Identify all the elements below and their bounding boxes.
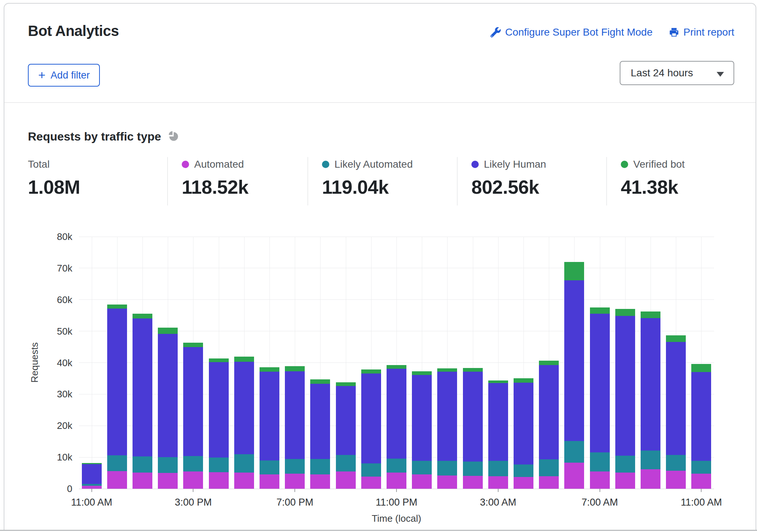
bar-stack[interactable] [412,237,432,489]
bar-segment-likely-automated[interactable] [488,461,508,476]
bar-segment-automated[interactable] [310,474,330,489]
bar-segment-likely-human[interactable] [310,384,330,459]
bar-stack[interactable] [641,237,660,489]
bar-segment-automated[interactable] [361,477,381,489]
bar-segment-likely-human[interactable] [158,334,178,458]
bar-segment-likely-automated[interactable] [615,456,635,473]
bar-segment-verified-bot[interactable] [361,369,381,374]
bar-stack[interactable] [209,237,229,489]
bar-stack[interactable] [285,237,305,489]
bar-segment-likely-automated[interactable] [361,463,381,477]
bar-stack[interactable] [336,237,356,489]
bar-segment-automated[interactable] [209,472,229,489]
bar-segment-likely-automated[interactable] [412,461,432,474]
bar-segment-likely-automated[interactable] [285,459,305,474]
bar-segment-likely-automated[interactable] [666,455,686,471]
bar-segment-likely-automated[interactable] [133,456,152,473]
bar-segment-verified-bot[interactable] [183,343,203,347]
bar-segment-automated[interactable] [564,463,584,489]
bar-segment-verified-bot[interactable] [158,328,178,334]
bar-segment-likely-human[interactable] [463,372,483,462]
bar-segment-likely-automated[interactable] [564,441,584,462]
bar-segment-automated[interactable] [691,474,711,489]
bar-segment-automated[interactable] [514,477,533,489]
bar-segment-verified-bot[interactable] [539,361,559,365]
bar-segment-automated[interactable] [183,471,203,489]
bar-segment-verified-bot[interactable] [133,314,152,319]
bar-segment-likely-human[interactable] [539,365,559,460]
bar-segment-likely-automated[interactable] [641,451,660,469]
bar-segment-likely-human[interactable] [488,383,508,461]
bar-segment-automated[interactable] [666,471,686,489]
bar-segment-automated[interactable] [387,473,406,489]
bar-segment-likely-human[interactable] [590,314,610,452]
bar-segment-verified-bot[interactable] [488,380,508,383]
bar-segment-likely-human[interactable] [361,374,381,464]
bar-segment-likely-human[interactable] [107,309,127,455]
bar-stack[interactable] [514,237,533,489]
bar-stack[interactable] [133,237,152,489]
bar-stack[interactable] [437,237,457,489]
bar-segment-likely-automated[interactable] [260,460,279,475]
bar-segment-likely-human[interactable] [209,362,229,458]
bar-segment-automated[interactable] [437,475,457,489]
bar-segment-automated[interactable] [260,474,279,489]
bar-segment-likely-human[interactable] [336,386,356,455]
bar-segment-likely-human[interactable] [615,316,635,456]
bar-segment-likely-automated[interactable] [158,457,178,473]
bar-segment-likely-human[interactable] [285,371,305,459]
bar-segment-automated[interactable] [234,473,254,489]
bar-segment-automated[interactable] [133,473,152,489]
bar-segment-likely-human[interactable] [387,369,406,459]
bar-segment-likely-automated[interactable] [310,459,330,474]
bar-segment-likely-automated[interactable] [539,459,559,476]
bar-segment-automated[interactable] [82,486,102,489]
bar-segment-likely-automated[interactable] [107,455,127,471]
bar-segment-automated[interactable] [107,471,127,489]
bar-segment-likely-human[interactable] [641,318,660,451]
bar-stack[interactable] [691,237,711,489]
bar-stack[interactable] [361,237,381,489]
bar-segment-automated[interactable] [488,476,508,489]
bar-segment-likely-automated[interactable] [463,462,483,476]
bar-stack[interactable] [158,237,178,489]
bar-stack[interactable] [463,237,483,489]
bar-stack[interactable] [310,237,330,489]
bar-segment-verified-bot[interactable] [336,382,356,386]
bar-segment-automated[interactable] [336,471,356,489]
bar-segment-automated[interactable] [158,473,178,489]
bar-segment-likely-human[interactable] [412,375,432,461]
bar-stack[interactable] [564,237,584,489]
bar-segment-automated[interactable] [590,471,610,489]
bar-segment-verified-bot[interactable] [437,368,457,372]
bar-segment-likely-automated[interactable] [234,454,254,473]
bar-stack[interactable] [590,237,610,489]
bar-segment-verified-bot[interactable] [564,262,584,281]
bar-segment-verified-bot[interactable] [514,378,533,383]
bar-segment-likely-automated[interactable] [387,459,406,473]
bar-segment-verified-bot[interactable] [691,364,711,372]
bar-stack[interactable] [183,237,203,489]
bar-segment-automated[interactable] [463,476,483,489]
bar-segment-automated[interactable] [285,474,305,489]
bar-segment-verified-bot[interactable] [285,366,305,371]
bar-segment-likely-automated[interactable] [691,461,711,473]
bar-segment-verified-bot[interactable] [107,305,127,309]
bar-segment-likely-automated[interactable] [183,456,203,471]
bar-segment-likely-automated[interactable] [590,452,610,471]
bar-segment-likely-automated[interactable] [437,461,457,475]
bar-segment-likely-human[interactable] [514,383,533,464]
bar-segment-likely-human[interactable] [133,318,152,456]
bar-segment-automated[interactable] [641,469,660,489]
bar-stack[interactable] [234,237,254,489]
bar-segment-automated[interactable] [539,476,559,489]
bar-stack[interactable] [82,237,102,489]
bar-segment-automated[interactable] [615,473,635,489]
bar-segment-likely-human[interactable] [437,372,457,461]
bar-segment-likely-automated[interactable] [336,455,356,471]
bar-segment-verified-bot[interactable] [641,311,660,318]
bar-stack[interactable] [488,237,508,489]
bar-stack[interactable] [615,237,635,489]
bar-segment-verified-bot[interactable] [234,357,254,362]
bar-segment-verified-bot[interactable] [260,367,279,372]
